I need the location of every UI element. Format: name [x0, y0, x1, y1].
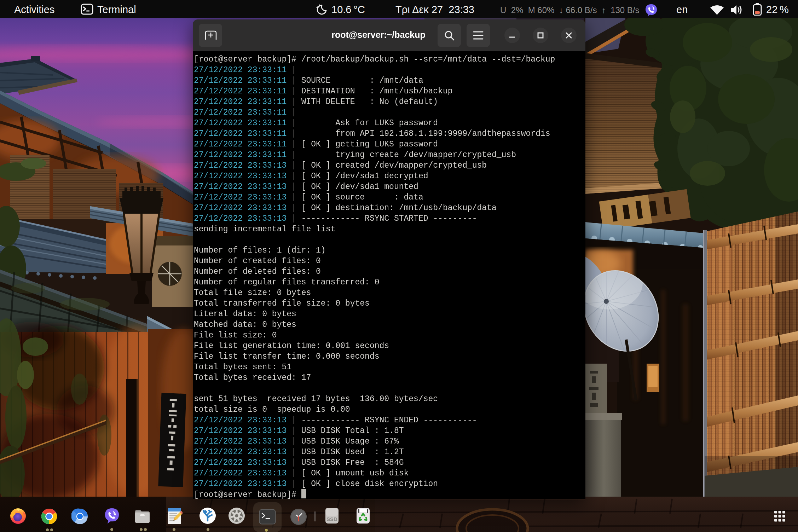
- svg-text:SSD: SSD: [326, 516, 337, 522]
